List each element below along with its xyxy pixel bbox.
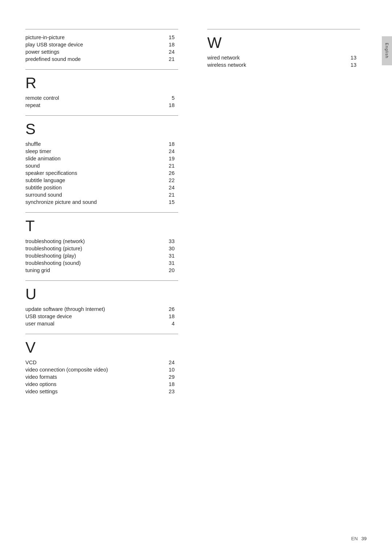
list-item: wireless network 13 [207, 62, 360, 68]
p-divider [25, 29, 178, 29]
r-header: R [25, 75, 178, 91]
t-divider [25, 212, 178, 213]
entry-label: sleep timer [25, 148, 51, 154]
r-section: R remote control 5 repeat 18 [25, 69, 178, 108]
list-item: speaker specifications 26 [25, 170, 178, 176]
w-divider [207, 29, 360, 29]
entry-page: 29 [164, 374, 175, 380]
entry-page: 31 [164, 253, 175, 259]
entry-label: user manual [25, 321, 54, 327]
entry-label: picture-in-picture [25, 34, 65, 40]
entry-label: tuning grid [25, 267, 50, 273]
entry-page: 23 [164, 389, 175, 394]
list-item: synchronize picture and sound 15 [25, 199, 178, 205]
list-item: USB storage device 18 [25, 313, 178, 319]
page-footer: EN 39 [351, 536, 367, 541]
entry-label: surround sound [25, 192, 62, 198]
entry-page: 18 [164, 313, 175, 319]
list-item: remote control 5 [25, 95, 178, 101]
entry-label: video settings [25, 389, 58, 394]
entry-label: wireless network [207, 62, 246, 68]
list-item: video options 18 [25, 381, 178, 387]
t-header: T [25, 218, 178, 234]
list-item: wired network 13 [207, 55, 360, 61]
s-divider [25, 115, 178, 116]
entry-label: video options [25, 381, 56, 387]
entry-page: 19 [164, 156, 175, 161]
footer-lang: EN [351, 536, 358, 541]
entry-page: 26 [164, 306, 175, 312]
entry-page: 24 [164, 185, 175, 190]
list-item: troubleshooting (sound) 31 [25, 260, 178, 266]
entry-page: 30 [164, 246, 175, 251]
left-column: picture-in-picture 15 play USB storage d… [25, 29, 193, 525]
entry-label: video formats [25, 374, 57, 380]
language-sidebar-tab: English [382, 36, 392, 65]
list-item: tuning grid 20 [25, 267, 178, 273]
u-header: U [25, 286, 178, 303]
entry-page: 24 [164, 49, 175, 55]
entry-label: video connection (composite video) [25, 367, 108, 373]
r-divider [25, 69, 178, 70]
list-item: sound 21 [25, 163, 178, 169]
list-item: play USB storage device 18 [25, 42, 178, 48]
entry-page: 33 [164, 238, 175, 244]
entry-label: synchronize picture and sound [25, 199, 97, 205]
entry-page: 10 [164, 367, 175, 373]
v-divider [25, 334, 178, 334]
entry-label: shuffle [25, 141, 41, 147]
list-item: picture-in-picture 15 [25, 34, 178, 40]
entry-label: repeat [25, 102, 40, 108]
entry-label: power settings [25, 49, 60, 55]
u-divider [25, 280, 178, 281]
list-item: troubleshooting (play) 31 [25, 253, 178, 259]
list-item: video connection (composite video) 10 [25, 367, 178, 373]
entry-label: VCD [25, 360, 37, 365]
entry-label: predefined sound mode [25, 56, 81, 62]
list-item: user manual 4 [25, 321, 178, 327]
content-area: picture-in-picture 15 play USB storage d… [0, 15, 382, 539]
list-item: repeat 18 [25, 102, 178, 108]
entry-page: 15 [164, 34, 175, 40]
entry-page: 15 [164, 199, 175, 205]
s-section: S shuffle 18 sleep timer 24 slide animat… [25, 115, 178, 205]
v-header: V [25, 339, 178, 356]
entry-page: 31 [164, 260, 175, 266]
entry-label: troubleshooting (network) [25, 238, 85, 244]
entry-page: 13 [346, 62, 356, 68]
u-section: U update software (through Internet) 26 … [25, 280, 178, 327]
footer-text: EN 39 [351, 536, 367, 541]
list-item: slide animation 19 [25, 156, 178, 161]
w-section: W wired network 13 wireless network 13 [207, 29, 360, 68]
footer-page-number: 39 [362, 536, 367, 541]
list-item: shuffle 18 [25, 141, 178, 147]
entry-label: subtitle position [25, 185, 62, 190]
t-section: T troubleshooting (network) 33 troublesh… [25, 212, 178, 273]
entry-page: 21 [164, 56, 175, 62]
entry-page: 21 [164, 163, 175, 169]
list-item: subtitle position 24 [25, 185, 178, 190]
entry-label: sound [25, 163, 40, 169]
p-section: picture-in-picture 15 play USB storage d… [25, 29, 178, 62]
entry-label: subtitle language [25, 177, 65, 183]
entry-page: 21 [164, 192, 175, 198]
list-item: predefined sound mode 21 [25, 56, 178, 62]
entry-page: 26 [164, 170, 175, 176]
list-item: subtitle language 22 [25, 177, 178, 183]
entry-page: 5 [164, 95, 175, 101]
list-item: video formats 29 [25, 374, 178, 380]
list-item: troubleshooting (picture) 30 [25, 246, 178, 251]
list-item: sleep timer 24 [25, 148, 178, 154]
list-item: power settings 24 [25, 49, 178, 55]
list-item: VCD 24 [25, 360, 178, 365]
entry-page: 18 [164, 141, 175, 147]
entry-page: 13 [346, 55, 356, 61]
entry-label: troubleshooting (picture) [25, 246, 82, 251]
entry-page: 22 [164, 177, 175, 183]
entry-page: 24 [164, 148, 175, 154]
entry-page: 18 [164, 102, 175, 108]
list-item: update software (through Internet) 26 [25, 306, 178, 312]
entry-label: wired network [207, 55, 240, 61]
entry-label: troubleshooting (sound) [25, 260, 81, 266]
entry-label: update software (through Internet) [25, 306, 105, 312]
